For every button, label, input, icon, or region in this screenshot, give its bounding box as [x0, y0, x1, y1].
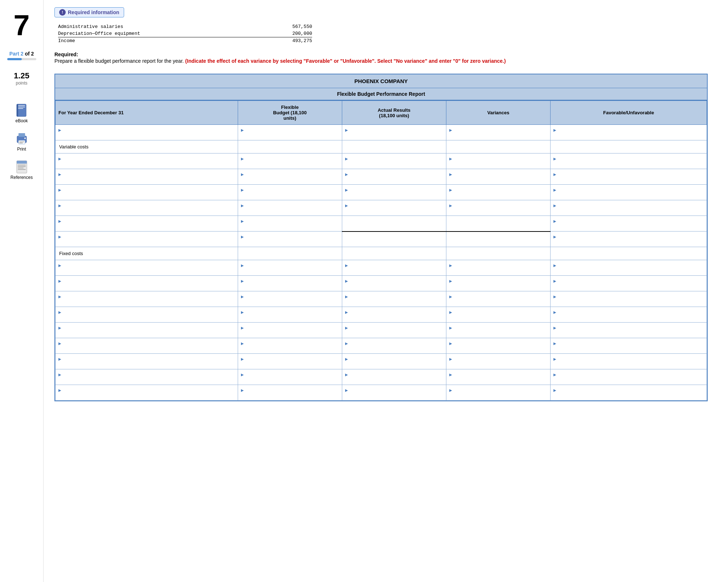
fc-row2-label[interactable]: [58, 283, 235, 289]
row-input-variance-empty1[interactable]: [449, 132, 547, 138]
fc-row2-actual-input[interactable]: [345, 283, 443, 289]
svg-rect-12: [17, 161, 27, 164]
vc-row3-actual-input[interactable]: [345, 192, 443, 198]
fc-row9-fav-input[interactable]: [553, 393, 704, 398]
fc-row3-label[interactable]: [58, 299, 235, 304]
fc-row4-fav-input[interactable]: [553, 315, 704, 320]
progress-bar: [7, 58, 36, 60]
table-row: ▶ ▶ ▶ ▶: [56, 323, 707, 338]
vc-row6-fav-input[interactable]: [553, 239, 704, 245]
vc-row6-actual: [342, 231, 446, 247]
vc-row1-budget-input[interactable]: [241, 161, 339, 167]
fc-row7-actual-input[interactable]: [345, 361, 443, 367]
vc-row3-label[interactable]: [58, 192, 235, 198]
fc-row4-label[interactable]: [58, 315, 235, 320]
fc-row1-fav-input[interactable]: [553, 268, 704, 273]
ebook-tool[interactable]: eBook: [15, 104, 28, 123]
fc-row3-actual-input[interactable]: [345, 299, 443, 304]
fc-row4-actual-input[interactable]: [345, 315, 443, 320]
vc-row4-actual-input[interactable]: [345, 208, 443, 213]
vc-row2-budget: ▶: [238, 169, 342, 185]
fc-row3-fav-input[interactable]: [553, 299, 704, 304]
fc-row1-budget-input[interactable]: [241, 268, 339, 273]
vc-row3-fav-input[interactable]: [553, 192, 704, 198]
vc-row4-label[interactable]: [58, 208, 235, 213]
fc-row5-budget-input[interactable]: [241, 330, 339, 336]
fc-row9-actual-input[interactable]: [345, 393, 443, 398]
vc-row1-label[interactable]: [58, 161, 235, 167]
required-section: Required: Prepare a flexible budget perf…: [54, 52, 717, 65]
fc-row5-fav: ▶: [551, 323, 707, 338]
fc-row8-label[interactable]: [58, 377, 235, 382]
vc-row2-fav-input[interactable]: [553, 177, 704, 182]
vc-row3-budget-input[interactable]: [241, 192, 339, 198]
fc-row8-actual-input[interactable]: [345, 377, 443, 382]
fc-row6-variance-input[interactable]: [449, 346, 547, 351]
fc-row5-fav-input[interactable]: [553, 330, 704, 336]
fc-row9-fav: ▶: [551, 385, 707, 401]
points-value: 1.25: [14, 71, 29, 81]
fc-row1-variance-input[interactable]: [449, 268, 547, 273]
fc-row7-variance-input[interactable]: [449, 361, 547, 367]
row-input-budget-empty1[interactable]: [241, 132, 339, 138]
fc-row8-fav-input[interactable]: [553, 377, 704, 382]
fc-row7-budget: ▶: [238, 354, 342, 369]
vc-row3-variance-input[interactable]: [449, 192, 547, 198]
fc-row5-variance-input[interactable]: [449, 330, 547, 336]
row-label: ▶: [56, 216, 238, 231]
fc-row5-actual-input[interactable]: [345, 330, 443, 336]
row-input-fav-empty1[interactable]: [553, 132, 704, 138]
fc-row3-variance-input[interactable]: [449, 299, 547, 304]
row-input-actual-empty1[interactable]: [345, 132, 443, 138]
vc-row2-variance-input[interactable]: [449, 177, 547, 182]
fc-row6-label[interactable]: [58, 346, 235, 351]
fc-row9-label[interactable]: [58, 393, 235, 398]
fc-row2-fav-input[interactable]: [553, 283, 704, 289]
fc-row7-fav-input[interactable]: [553, 361, 704, 367]
fc-row7-budget-input[interactable]: [241, 361, 339, 367]
table-row: ▶ ▶ ▶ ▶: [56, 260, 707, 276]
row-cell-actual-empty1: ▶: [342, 125, 446, 140]
svg-rect-10: [19, 143, 23, 143]
vc-row5-label[interactable]: [58, 224, 235, 229]
vc-row5-budget-input[interactable]: [241, 224, 339, 229]
vc-row2-budget-input[interactable]: [241, 177, 339, 182]
vc-row6-label[interactable]: [58, 239, 235, 245]
fc-row8-budget-input[interactable]: [241, 377, 339, 382]
fc-row6-budget-input[interactable]: [241, 346, 339, 351]
fc-row2-budget-input[interactable]: [241, 283, 339, 289]
vc-row5-fav-input[interactable]: [553, 224, 704, 229]
vc-row2-actual-input[interactable]: [345, 177, 443, 182]
fc-row1-label[interactable]: [58, 268, 235, 273]
vc-row3-actual: ▶: [342, 185, 446, 200]
fc-row8-variance-input[interactable]: [449, 377, 547, 382]
report-company-name: PHOENIX COMPANY: [55, 74, 707, 88]
fc-row5-label[interactable]: [58, 330, 235, 336]
vc-row2-label[interactable]: [58, 177, 235, 182]
fc-row4-variance-input[interactable]: [449, 315, 547, 320]
print-tool[interactable]: Print: [15, 132, 28, 152]
fc-row1-actual-input[interactable]: [345, 268, 443, 273]
report-title: Flexible Budget Performance Report: [55, 88, 707, 101]
vc-row6-budget-input[interactable]: [241, 239, 339, 245]
references-tool[interactable]: References: [11, 160, 33, 180]
fc-budget: [238, 247, 342, 260]
vc-row2-actual: ▶: [342, 169, 446, 185]
fc-row9-variance-input[interactable]: [449, 393, 547, 398]
fc-fav: [551, 247, 707, 260]
fc-row9-budget-input[interactable]: [241, 393, 339, 398]
row-input-label-empty1[interactable]: [58, 132, 235, 138]
vc-row1-variance-input[interactable]: [449, 161, 547, 167]
fc-row6-actual-input[interactable]: [345, 346, 443, 351]
vc-row4-fav-input[interactable]: [553, 208, 704, 213]
fc-row6-fav-input[interactable]: [553, 346, 704, 351]
fc-row7-label[interactable]: [58, 361, 235, 367]
fc-row3-budget-input[interactable]: [241, 299, 339, 304]
vc-row1-fav-input[interactable]: [553, 161, 704, 167]
fc-row4-budget-input[interactable]: [241, 315, 339, 320]
vc-row4-budget-input[interactable]: [241, 208, 339, 213]
vc-row1-actual-input[interactable]: [345, 161, 443, 167]
fc-row2-variance-input[interactable]: [449, 283, 547, 289]
vc-row4-variance-input[interactable]: [449, 208, 547, 213]
table-row: ▶ ▶ ▶ ▶: [56, 354, 707, 369]
